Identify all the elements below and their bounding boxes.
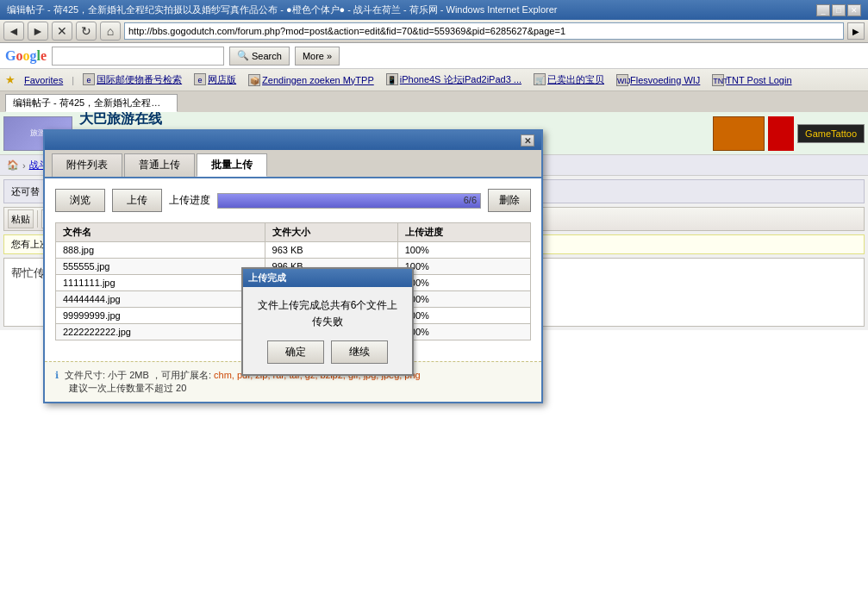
search-icon: 🔍 [237, 50, 249, 61]
game-tattoo-banner: GameTattoo [797, 124, 865, 143]
browse-button[interactable]: 浏览 [55, 189, 105, 212]
favorites-star-icon: ★ [5, 73, 16, 86]
fav-icon-2: 📦 [248, 74, 260, 86]
upload-controls: 浏览 上传 上传进度 6/6 删除 [55, 189, 531, 212]
google-logo: Google [5, 48, 47, 64]
fav-icon-3: 📱 [386, 73, 398, 85]
file-name: 2222222222.jpg [56, 324, 265, 340]
file-name: 555555.jpg [56, 259, 265, 275]
completion-message: 文件上传完成总共有6个文件上传失败 [253, 297, 402, 330]
maximize-button[interactable]: □ [832, 4, 846, 16]
fav-icon-0: e [83, 73, 95, 85]
banner-title: 大巴旅游在线 [79, 112, 231, 128]
file-progress: 100% [397, 259, 530, 275]
fav-icon-1: e [194, 73, 206, 85]
file-progress: 100% [397, 291, 530, 308]
tab-normal-upload[interactable]: 普通上传 [124, 153, 195, 177]
file-size: 963 KB [265, 242, 397, 259]
favorites-label[interactable]: Favorites [21, 74, 66, 86]
refresh-button[interactable]: ↻ [76, 22, 97, 41]
search-replace-label: 还可替 [11, 185, 40, 198]
window-title: 编辑帖子 - 荷425，全新婚礼全程纪实拍摄以及婚纱写真作品公布 - ●橙色个体… [7, 3, 816, 16]
file-name: 99999999.jpg [56, 308, 265, 324]
favorites-item-0[interactable]: e国际邮便物番号检索 [79, 72, 185, 87]
google-search-input[interactable] [52, 47, 224, 66]
fav-icon-5: WIJ [616, 74, 628, 86]
confirm-button[interactable]: 确定 [267, 340, 324, 364]
completion-body: 文件上传完成总共有6个文件上传失败 确定 继续 [243, 287, 412, 374]
favorites-item-3[interactable]: 📱iPhone4S 论坛iPad2iPad3 ... [383, 72, 525, 87]
google-search-button[interactable]: 🔍 Search [229, 47, 290, 66]
progress-value: 6/6 [464, 195, 477, 205]
google-toolbar: Google 🔍 Search More » [0, 43, 868, 69]
go-button[interactable]: ▶ [847, 22, 865, 40]
file-progress: 100% [397, 242, 530, 259]
back-button[interactable]: ◄ [3, 22, 24, 41]
tab-attachment-list[interactable]: 附件列表 [52, 153, 122, 177]
col-progress: 上传进度 [397, 223, 530, 242]
window-controls: _ □ ✕ [816, 4, 861, 16]
tab-batch-upload[interactable]: 批量上传 [197, 153, 267, 177]
file-name: 888.jpg [56, 242, 265, 259]
footer-advice: 建议一次上传数量不超过 20 [69, 383, 186, 393]
completion-title: 上传完成 [248, 272, 286, 283]
dialog-close-button[interactable]: ✕ [521, 134, 534, 147]
file-progress: 100% [397, 308, 530, 324]
toolbar-sep-1 [37, 210, 38, 228]
completion-titlebar: 上传完成 [243, 269, 412, 287]
dialog-titlebar: ✕ [45, 131, 541, 150]
forward-button[interactable]: ► [28, 22, 48, 41]
col-filename: 文件名 [56, 223, 265, 242]
upload-button[interactable]: 上传 [112, 189, 162, 212]
file-table-row: 888.jpg 963 KB 100% [56, 242, 531, 259]
favorites-item-2[interactable]: 📦Zendingen zoeken MyTPP [245, 73, 378, 87]
favorites-item-6[interactable]: TNTTNT Post Login [709, 73, 795, 87]
continue-button[interactable]: 继续 [331, 340, 388, 364]
fav-icon-6: TNT [712, 74, 724, 86]
file-progress: 100% [397, 324, 530, 340]
dialog-title [52, 134, 54, 147]
content-area: 旅游 大巴旅游在线 超优特价机票 040-188812440 040-18881… [0, 112, 868, 612]
home-button[interactable]: ⌂ [100, 22, 121, 41]
minimize-button[interactable]: _ [816, 4, 830, 16]
file-name: 44444444.jpg [56, 291, 265, 308]
favorites-item-5[interactable]: WIJFlesvoeding WIJ [613, 73, 703, 87]
progress-label: 上传进度 [169, 193, 210, 208]
tab-bar: 编辑帖子 - 荷425，全新婚礼全程纪实拍摄以及婚... [0, 91, 868, 112]
google-more-button[interactable]: More » [295, 47, 340, 66]
info-icon: ℹ [55, 370, 59, 380]
favorites-bar: ★ Favorites | e国际邮便物番号检索 e网店版 📦Zendingen… [0, 69, 868, 91]
footer-info-text: 文件尺寸: 小于 2MB ，可用扩展名: [65, 370, 211, 380]
file-name: 1111111.jpg [56, 275, 265, 291]
file-progress: 100% [397, 275, 530, 291]
completion-dialog: 上传完成 文件上传完成总共有6个文件上传失败 确定 继续 [241, 267, 414, 376]
favorites-item-4[interactable]: 🛒已卖出的宝贝 [530, 72, 608, 87]
completion-buttons: 确定 继续 [253, 340, 402, 364]
col-filesize: 文件大小 [265, 223, 397, 242]
dialog-tabs: 附件列表 普通上传 批量上传 [45, 150, 541, 178]
browser-window: 编辑帖子 - 荷425，全新婚礼全程纪实拍摄以及婚纱写真作品公布 - ●橙色个体… [0, 0, 868, 612]
fav-icon-4: 🛒 [534, 73, 546, 85]
delete-button[interactable]: 删除 [488, 189, 531, 212]
favorites-item-1[interactable]: e网店版 [190, 72, 240, 87]
home-icon[interactable]: 🏠 [7, 159, 19, 171]
active-tab[interactable]: 编辑帖子 - 荷425，全新婚礼全程纪实拍摄以及婚... [5, 94, 178, 112]
address-bar[interactable] [124, 22, 844, 40]
close-button[interactable]: ✕ [847, 4, 861, 16]
stop-button[interactable]: ✕ [52, 22, 72, 41]
title-bar: 编辑帖子 - 荷425，全新婚礼全程纪实拍摄以及婚纱写真作品公布 - ●橙色个体… [0, 0, 868, 20]
paste-button[interactable]: 粘贴 [8, 209, 34, 228]
progress-bar-container: 6/6 [217, 193, 481, 209]
progress-bar-fill [218, 194, 480, 208]
navigation-bar: ◄ ► ✕ ↻ ⌂ ▶ [0, 20, 868, 43]
